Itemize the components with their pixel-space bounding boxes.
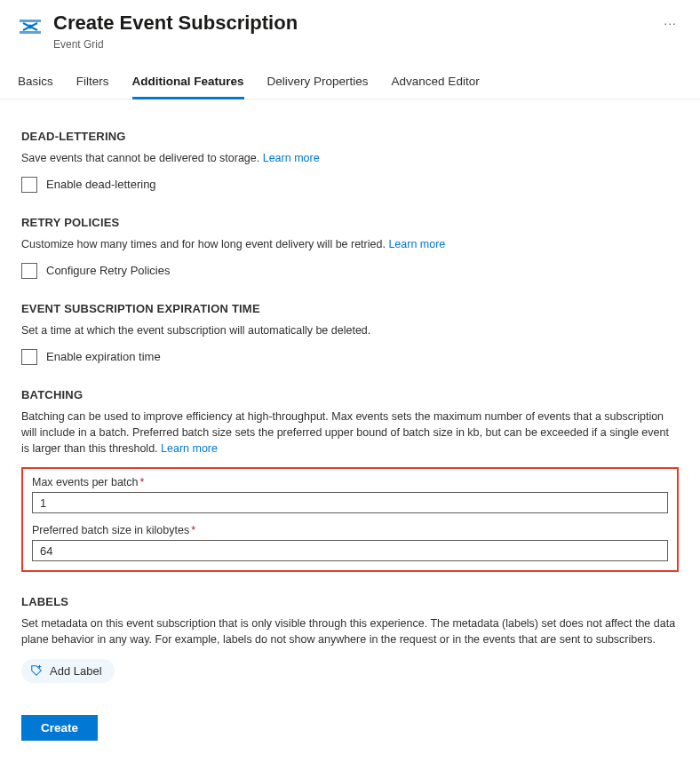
batching-learn-more-link[interactable]: Learn more: [161, 442, 218, 455]
max-events-input[interactable]: [32, 492, 668, 513]
dead-lettering-learn-more-link[interactable]: Learn more: [263, 152, 320, 164]
page-title: Create Event Subscription: [53, 11, 630, 36]
retry-policies-desc: Customize how many times and for how lon…: [21, 236, 679, 252]
labels-desc: Set metadata on this event subscription …: [21, 615, 679, 647]
enable-dead-lettering-label: Enable dead-lettering: [46, 178, 156, 191]
tab-delivery-properties[interactable]: Delivery Properties: [267, 66, 369, 99]
dead-lettering-title: DEAD-LETTERING: [21, 130, 679, 143]
preferred-size-label: Preferred batch size in kilobytes*: [32, 524, 668, 536]
preferred-size-input[interactable]: [32, 540, 668, 561]
svg-rect-0: [20, 20, 41, 22]
add-label-text: Add Label: [50, 664, 102, 678]
more-icon[interactable]: ···: [658, 11, 682, 36]
batching-desc: Batching can be used to improve efficien…: [21, 409, 679, 456]
enable-expiration-label: Enable expiration time: [46, 350, 161, 363]
configure-retry-policies-label: Configure Retry Policies: [46, 264, 170, 277]
batching-section: BATCHING Batching can be used to improve…: [21, 388, 679, 572]
required-indicator: *: [191, 524, 195, 536]
max-events-label: Max events per batch*: [32, 476, 668, 488]
create-button[interactable]: Create: [21, 715, 98, 741]
retry-learn-more-link[interactable]: Learn more: [388, 238, 445, 250]
dead-lettering-section: DEAD-LETTERING Save events that cannot b…: [21, 130, 679, 193]
tag-plus-icon: [30, 664, 43, 677]
retry-policies-section: RETRY POLICIES Customize how many times …: [21, 216, 679, 279]
retry-policies-title: RETRY POLICIES: [21, 216, 679, 229]
add-label-button[interactable]: Add Label: [21, 659, 115, 683]
page-subtitle: Event Grid: [53, 38, 630, 51]
svg-point-2: [28, 25, 33, 29]
required-indicator: *: [140, 476, 145, 488]
event-grid-icon: [18, 14, 43, 39]
tab-bar: Basics Filters Additional Features Deliv…: [0, 65, 700, 99]
labels-title: LABELS: [21, 595, 679, 608]
tab-advanced-editor[interactable]: Advanced Editor: [392, 66, 480, 99]
enable-expiration-checkbox[interactable]: [21, 349, 37, 365]
expiration-section: EVENT SUBSCRIPTION EXPIRATION TIME Set a…: [21, 302, 679, 365]
svg-rect-1: [20, 31, 41, 34]
enable-dead-lettering-checkbox[interactable]: [21, 177, 37, 193]
tab-filters[interactable]: Filters: [76, 66, 109, 99]
expiration-title: EVENT SUBSCRIPTION EXPIRATION TIME: [21, 302, 679, 315]
configure-retry-policies-checkbox[interactable]: [21, 263, 37, 279]
tab-additional-features[interactable]: Additional Features: [132, 66, 244, 99]
dead-lettering-desc: Save events that cannot be delivered to …: [21, 150, 679, 166]
expiration-desc: Set a time at which the event subscripti…: [21, 322, 679, 338]
batching-title: BATCHING: [21, 388, 679, 401]
tab-basics[interactable]: Basics: [18, 66, 53, 99]
labels-section: LABELS Set metadata on this event subscr…: [21, 595, 679, 682]
batching-highlight-box: Max events per batch* Preferred batch si…: [21, 467, 679, 572]
